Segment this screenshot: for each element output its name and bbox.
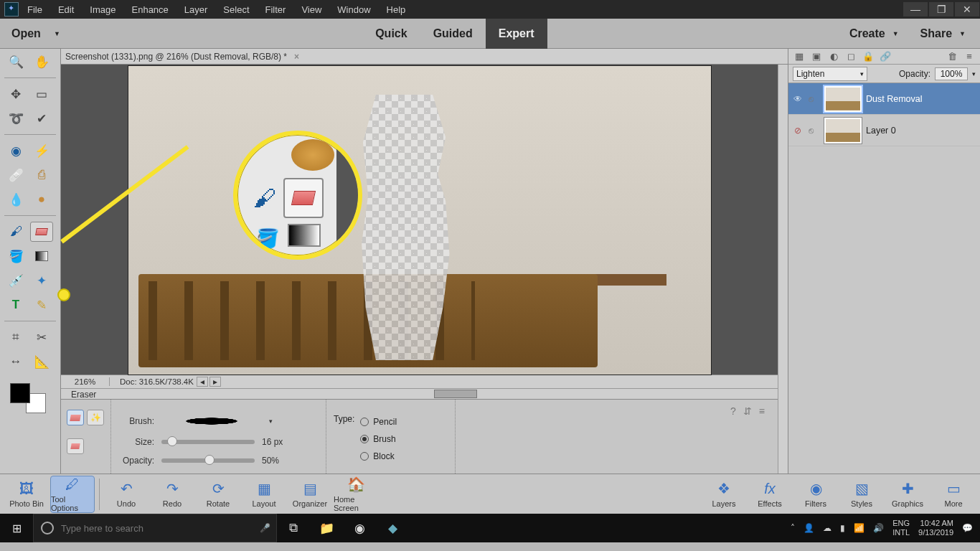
menu-file[interactable]: File [27, 4, 42, 15]
photo-bin-button[interactable]: 🖼Photo Bin [4, 476, 49, 513]
size-slider[interactable] [161, 440, 255, 444]
layer-thumbnail[interactable] [824, 118, 862, 143]
share-button[interactable]: Share ▼ [920, 27, 966, 40]
layer-name[interactable]: Dust Removal [866, 94, 923, 104]
quick-select-tool[interactable]: ✔ [30, 108, 53, 128]
brush-tool[interactable]: 🖌 [4, 222, 27, 242]
menu-layer[interactable]: Layer [184, 4, 208, 15]
effects-button[interactable]: fxEffects [748, 476, 792, 513]
tool-options-button[interactable]: 🖊Tool Options [50, 476, 95, 513]
create-button[interactable]: Create ▼ [849, 27, 899, 40]
taskbar-search[interactable]: 🎤 [33, 514, 277, 542]
foreground-color[interactable] [10, 383, 30, 403]
delete-layer-icon[interactable]: 🗑 [946, 51, 958, 62]
menu-edit[interactable]: Edit [58, 4, 74, 15]
tray-notifications-icon[interactable]: 💬 [962, 523, 973, 533]
start-button[interactable]: ⊞ [0, 514, 33, 542]
tray-volume-icon[interactable]: 🔊 [873, 523, 884, 533]
layer-opacity-field[interactable]: 100% [935, 67, 968, 80]
content-aware-move-tool[interactable]: ↔ [4, 352, 27, 372]
menu-filter[interactable]: Filter [265, 4, 286, 15]
redo-button[interactable]: ↷Redo [150, 476, 194, 513]
canvas[interactable]: 🖌 🪣 [61, 65, 778, 375]
layer-lock-icon[interactable]: ⎋ [809, 126, 820, 136]
tray-wifi-icon[interactable]: 📶 [854, 523, 864, 533]
eyedropper-tool[interactable]: 💉 [4, 270, 27, 291]
tray-people-icon[interactable]: 👤 [804, 523, 814, 533]
type-option-pencil[interactable]: Pencil [360, 414, 397, 430]
menu-enhance[interactable]: Enhance [132, 4, 169, 15]
tray-language[interactable]: ENG INTL [892, 519, 910, 537]
paint-bucket-tool[interactable]: 🪣 [4, 246, 27, 266]
menu-window[interactable]: Window [337, 4, 370, 15]
panel-menu-icon[interactable]: ≡ [963, 51, 976, 62]
mode-guided-tab[interactable]: Guided [420, 19, 486, 49]
shape-tool[interactable]: ✦ [30, 270, 53, 291]
pencil-tool[interactable]: ✎ [30, 295, 53, 315]
lock-icon[interactable]: 🔒 [862, 51, 875, 62]
spot-heal-tool[interactable]: 🩹 [4, 165, 27, 185]
hand-tool[interactable]: ✋ [30, 52, 53, 72]
brush-dropdown-icon[interactable]: ▾ [269, 418, 273, 425]
visibility-toggle[interactable]: ⊘ [791, 126, 804, 136]
marquee-tool[interactable]: ▭ [30, 84, 53, 104]
blend-mode-dropdown[interactable]: Lighten ▾ [793, 67, 867, 81]
brush-preview[interactable] [161, 414, 262, 428]
file-explorer-taskbar-icon[interactable]: 📁 [310, 514, 343, 542]
crop-tool[interactable]: ⌗ [4, 327, 27, 347]
tray-battery-icon[interactable]: ▮ [840, 523, 845, 533]
eraser-mode-eraser[interactable] [67, 410, 84, 425]
layer-row[interactable]: ⊘ ⎋ Layer 0 [788, 115, 980, 146]
horizontal-scrollbar[interactable] [61, 388, 778, 399]
clone-stamp-tool[interactable]: ⎙ [30, 165, 53, 185]
open-button[interactable]: Open ▼ [11, 27, 60, 40]
mask-icon[interactable]: ◻ [844, 51, 857, 62]
mic-icon[interactable]: 🎤 [260, 523, 270, 533]
opacity-value[interactable]: 50% [262, 456, 279, 466]
rotate-button[interactable]: ⟳Rotate [196, 476, 240, 513]
eraser-mode-background[interactable]: ✨ [87, 410, 104, 425]
doc-info-prev[interactable]: ◂ [197, 377, 208, 387]
more-button[interactable]: ▭More [931, 476, 976, 513]
panel-menu-icon[interactable]: ≡ [759, 405, 765, 417]
move-tool[interactable]: ✥ [4, 84, 27, 104]
mode-quick-tab[interactable]: Quick [362, 19, 420, 49]
straighten-tool[interactable]: 📐 [30, 352, 53, 372]
vertical-scrollbar[interactable] [778, 65, 788, 474]
sponge-tool[interactable]: ● [30, 189, 53, 209]
layers-button[interactable]: ❖Layers [702, 476, 746, 513]
help-icon[interactable]: ? [730, 405, 736, 417]
lasso-tool[interactable]: ➰ [4, 108, 27, 128]
menu-view[interactable]: View [301, 4, 321, 15]
graphics-button[interactable]: ✚Graphics [885, 476, 930, 513]
menu-help[interactable]: Help [387, 4, 406, 15]
doc-info-next[interactable]: ▸ [209, 377, 221, 387]
whiten-teeth-tool[interactable]: ⚡ [30, 141, 53, 161]
adjustment-layer-icon[interactable]: ◐ [827, 51, 840, 62]
document-tab-close[interactable]: × [294, 52, 299, 62]
new-group-icon[interactable]: ▣ [810, 51, 823, 62]
filters-button[interactable]: ◉Filters [793, 476, 838, 513]
type-option-brush[interactable]: Brush [360, 431, 397, 447]
layout-button[interactable]: ▦Layout [242, 476, 286, 513]
opacity-slider[interactable] [161, 458, 255, 463]
text-tool[interactable]: T [4, 295, 27, 315]
color-swatch[interactable] [10, 383, 46, 413]
layer-row[interactable]: 👁 ⎋ Dust Removal [788, 83, 980, 115]
menu-select[interactable]: Select [223, 4, 249, 15]
mode-expert-tab[interactable]: Expert [486, 19, 547, 49]
styles-button[interactable]: ▧Styles [839, 476, 884, 513]
layer-thumbnail[interactable] [824, 86, 862, 112]
link-layers-icon[interactable]: 🔗 [879, 51, 892, 62]
layer-name[interactable]: Layer 0 [866, 126, 896, 136]
zoom-tool[interactable]: 🔍 [4, 52, 27, 72]
window-maximize-button[interactable]: ❐ [929, 2, 953, 17]
home-screen-button[interactable]: 🏠Home Screen [334, 476, 378, 513]
search-input[interactable] [61, 523, 253, 534]
tray-onedrive-icon[interactable]: ☁ [823, 523, 831, 533]
task-view-button[interactable]: ⧉ [277, 514, 310, 542]
size-value[interactable]: 16 px [262, 437, 283, 447]
menu-image[interactable]: Image [90, 4, 116, 15]
document-tab[interactable]: Screenshot (1331).png @ 216% (Dust Remov… [65, 52, 287, 62]
eraser-tool[interactable] [30, 222, 53, 242]
